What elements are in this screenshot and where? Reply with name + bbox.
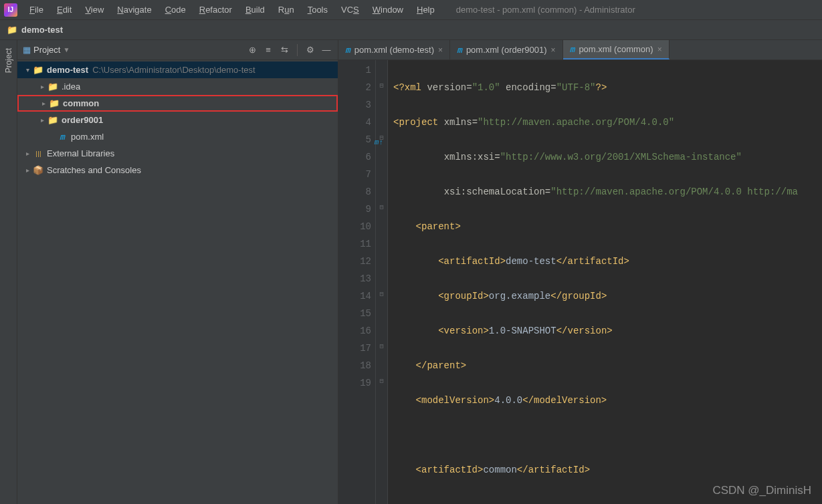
project-tree: ▾ 📁 demo-test C:\Users\Administrator\Des… <box>17 60 338 504</box>
expand-all-icon[interactable]: ≡ <box>262 44 274 56</box>
code-content[interactable]: <?xml version="1.0" encoding="UTF-8"?> <… <box>388 60 822 504</box>
tool-rail: Project <box>0 40 17 504</box>
tree-item-label: .idea <box>62 82 80 92</box>
line-number: 15 <box>340 305 371 322</box>
line-number: 2 <box>340 79 371 96</box>
scratches-icon: 📦 <box>32 165 44 175</box>
folder-icon: 📁 <box>7 25 17 35</box>
tree-item-label: order9001 <box>62 115 103 125</box>
tab-label: pom.xml (demo-test) <box>354 45 434 55</box>
window-title: demo-test - pom.xml (common) - Administr… <box>456 5 635 15</box>
tree-item-label: pom.xml <box>71 132 104 142</box>
gutter: 1 2 3 4 5m↑ 6 7 8 9 10 11 12 13 14 15 16… <box>338 60 376 504</box>
line-number: 14 <box>340 287 371 305</box>
line-number: 6 <box>340 148 371 166</box>
tree-common[interactable]: ▸ 📁 common <box>17 95 338 112</box>
menu-edit[interactable]: Edit <box>52 2 77 17</box>
line-number: 11 <box>340 235 371 253</box>
tree-item-label: External Libraries <box>47 148 114 158</box>
module-icon: 📁 <box>47 115 59 125</box>
tree-item-label: Scratches and Consoles <box>47 165 141 175</box>
tree-root-label: demo-test <box>47 65 88 75</box>
hide-panel-icon[interactable]: — <box>320 44 332 56</box>
close-icon[interactable]: × <box>438 45 443 55</box>
menubar: IJ File Edit View Navigate Code Refactor… <box>0 0 822 20</box>
line-number: 9 <box>340 201 371 218</box>
line-number: 12 <box>340 253 371 270</box>
line-number: 13 <box>340 270 371 287</box>
code-area[interactable]: 1 2 3 4 5m↑ 6 7 8 9 10 11 12 13 14 15 16… <box>338 60 822 504</box>
maven-icon: m <box>457 45 462 55</box>
close-icon[interactable]: × <box>551 45 556 55</box>
expand-icon[interactable]: ▸ <box>39 100 48 107</box>
breadcrumb-bar: 📁 demo-test <box>0 20 822 40</box>
line-number: 17 <box>340 340 371 357</box>
app-logo: IJ <box>4 3 17 17</box>
tree-order[interactable]: ▸ 📁 order9001 <box>17 112 338 128</box>
menu-run[interactable]: Run <box>273 2 300 17</box>
editor: m pom.xml (demo-test) × m pom.xml (order… <box>338 40 822 504</box>
menu-tools[interactable]: Tools <box>302 2 333 17</box>
line-number: 5m↑ <box>340 131 371 148</box>
line-number: 7 <box>340 166 371 183</box>
maven-icon: m <box>345 45 350 55</box>
menu-vcs[interactable]: VCS <box>336 2 365 17</box>
menu-file[interactable]: File <box>24 2 49 17</box>
tree-scratches[interactable]: ▸ 📦 Scratches and Consoles <box>17 162 338 178</box>
expand-icon[interactable]: ▾ <box>23 66 32 74</box>
watermark: CSDN @_DiminisH <box>712 484 811 497</box>
module-icon: 📁 <box>32 65 44 75</box>
menu-help[interactable]: Help <box>411 2 440 17</box>
tree-root[interactable]: ▾ 📁 demo-test C:\Users\Administrator\Des… <box>17 61 338 78</box>
maven-icon: m <box>56 132 68 142</box>
module-icon: 📁 <box>48 98 60 108</box>
menu-code[interactable]: Code <box>160 2 191 17</box>
tab-pom-common[interactable]: m pom.xml (common) × <box>563 40 670 59</box>
collapse-all-icon[interactable]: ⇆ <box>278 44 290 56</box>
menu-view[interactable]: View <box>80 2 109 17</box>
expand-icon[interactable]: ▸ <box>23 150 32 157</box>
menu-window[interactable]: Window <box>367 2 409 17</box>
tab-label: pom.xml (order9001) <box>466 45 547 55</box>
tree-item-label: common <box>63 98 99 108</box>
line-number: 18 <box>340 357 371 374</box>
breadcrumb-root[interactable]: demo-test <box>21 25 63 35</box>
maven-gutter-icon[interactable]: m↑ <box>375 134 383 151</box>
menu-refactor[interactable]: Refactor <box>194 2 237 17</box>
project-panel: ▦ Project ▼ ⊕ ≡ ⇆ ⚙ — ▾ 📁 demo-test C:\U… <box>17 40 338 504</box>
line-number: 16 <box>340 322 371 340</box>
expand-icon[interactable]: ▸ <box>37 83 47 90</box>
tab-label: pom.xml (common) <box>579 44 653 54</box>
close-icon[interactable]: × <box>657 45 662 54</box>
tab-pom-demo-test[interactable]: m pom.xml (demo-test) × <box>338 40 450 59</box>
tool-project-tab[interactable]: Project <box>4 48 13 73</box>
tree-idea[interactable]: ▸ 📁 .idea <box>17 78 338 95</box>
expand-icon[interactable]: ▸ <box>37 116 47 124</box>
editor-tabs: m pom.xml (demo-test) × m pom.xml (order… <box>338 40 822 60</box>
libraries-icon: ⫼ <box>32 148 44 158</box>
line-number: 8 <box>340 183 371 201</box>
maven-icon: m <box>570 44 575 54</box>
line-number: 4 <box>340 114 371 131</box>
line-number: 10 <box>340 218 371 235</box>
settings-icon[interactable]: ⚙ <box>304 44 316 56</box>
menu-navigate[interactable]: Navigate <box>112 2 157 17</box>
panel-title: Project <box>33 45 60 55</box>
line-number: 1 <box>340 61 371 79</box>
tree-root-path: C:\Users\Administrator\Desktop\demo-test <box>92 65 255 75</box>
fold-column: ⊟ ⊟ ⊟ ⊟ ⊟⊟ <box>376 60 388 504</box>
tree-pom[interactable]: m pom.xml <box>17 128 338 145</box>
project-panel-header: ▦ Project ▼ ⊕ ≡ ⇆ ⚙ — <box>17 40 338 60</box>
panel-dropdown-icon[interactable]: ▼ <box>63 46 70 53</box>
menu-build[interactable]: Build <box>240 2 270 17</box>
tree-external-libs[interactable]: ▸ ⫼ External Libraries <box>17 145 338 162</box>
panel-icon: ▦ <box>23 45 31 55</box>
folder-icon: 📁 <box>47 82 59 92</box>
line-number: 19 <box>340 374 371 392</box>
expand-icon[interactable]: ▸ <box>23 166 32 174</box>
select-opened-icon[interactable]: ⊕ <box>246 44 258 56</box>
line-number: 3 <box>340 96 371 114</box>
tab-pom-order9001[interactable]: m pom.xml (order9001) × <box>450 40 563 59</box>
